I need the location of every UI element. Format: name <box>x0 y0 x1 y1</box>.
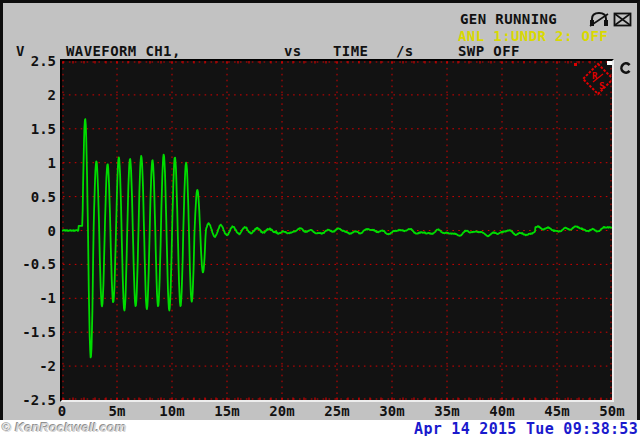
svg-text:S: S <box>599 81 604 91</box>
x-tick-label: 20m <box>260 404 304 419</box>
x-axis-label: TIME <box>333 43 368 59</box>
x-tick-label: 10m <box>150 404 194 419</box>
y-tick-label: 2.5 <box>9 54 56 68</box>
trace-title: WAVEFORM CH1, <box>66 43 181 59</box>
watermark: © KenRockwell.com <box>2 420 126 435</box>
y-tick-label: 2 <box>9 88 56 102</box>
x-tick-label: 15m <box>205 404 249 419</box>
rs-logo: RS <box>574 63 612 94</box>
y-tick-label: -1 <box>9 291 56 305</box>
x-tick-label: 25m <box>315 404 359 419</box>
analyzer-screen: GEN RUNNING ANL 1:UNDR 2: OFF V WAVEFORM… <box>0 0 640 436</box>
x-tick-label: 5m <box>95 404 139 419</box>
y-tick-label: 1.5 <box>9 122 56 136</box>
sweep-status: SWP OFF <box>458 43 520 59</box>
speaker-muted-icon <box>613 12 632 31</box>
svg-text:R: R <box>592 71 598 81</box>
y-tick-label: 0.5 <box>9 190 56 204</box>
generator-status: GEN RUNNING <box>460 11 557 27</box>
x-axis-unit: /s <box>396 43 414 59</box>
vs-label: vs <box>284 43 302 59</box>
y-tick-label: -2 <box>9 359 56 373</box>
datetime-stamp: Apr 14 2015 Tue 09:38:53 <box>414 420 638 436</box>
analyzer-status: ANL 1:UNDR 2: OFF <box>458 28 608 44</box>
x-tick-label: 30m <box>370 404 414 419</box>
y-tick-label: 0 <box>9 224 56 238</box>
knob-icon <box>619 60 633 79</box>
y-tick-label: 1 <box>9 156 56 170</box>
instrument-panel: GEN RUNNING ANL 1:UNDR 2: OFF V WAVEFORM… <box>0 0 640 420</box>
x-tick-label: 0 <box>40 404 84 419</box>
x-tick-label: 45m <box>535 404 579 419</box>
waveform-plot: RS <box>60 59 614 402</box>
y-tick-label: -1.5 <box>9 325 56 339</box>
x-tick-label: 50m <box>590 404 634 419</box>
page-bottom-strip: © KenRockwell.com Apr 14 2015 Tue 09:38:… <box>0 420 640 436</box>
x-tick-label: 35m <box>425 404 469 419</box>
y-tick-label: -0.5 <box>9 257 56 271</box>
x-tick-label: 40m <box>480 404 524 419</box>
waveform-svg: RS <box>62 61 612 400</box>
